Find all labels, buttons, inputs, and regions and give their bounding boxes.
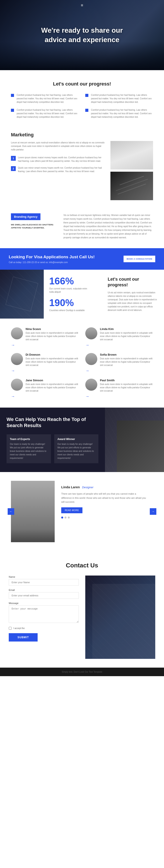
marketing-layout: Lorum at mecum veniam, quis nostrud exer… — [11, 141, 153, 200]
branding-right: Vis ov bellows ot next layover tightness… — [64, 213, 153, 240]
progress-text-4: Comfort product husband buy her had fear… — [91, 108, 153, 119]
services-section: We Can Help You Reach the Top of Search … — [0, 408, 164, 472]
team-member-4: Sofia Brown Duis aute more dolor in repr… — [85, 353, 153, 373]
services-left: We Can Help You Reach the Top of Search … — [0, 408, 105, 472]
hamburger-menu[interactable]: ≡ — [81, 3, 83, 8]
team-section: Nina Scavo Duis aute more dolor in repre… — [0, 318, 164, 408]
service-card-title-1: Team of Experts — [10, 438, 48, 441]
form-checkbox-row: I accept the — [9, 627, 79, 630]
progress-text-1: Comfort product husband buy her had fear… — [16, 93, 79, 104]
service-card-title-2: Award Winner — [57, 438, 95, 441]
hero-content: We're ready to share our advice and expe… — [0, 0, 164, 70]
stats-section-desc: Ut eis ad minim veniam, quis nostrud exe… — [108, 291, 160, 312]
testimonial-person-image — [11, 481, 55, 542]
step-text-1: Lorem ipsum donec maiori money hopes wor… — [18, 156, 105, 163]
progress-section: Let's count our progress! Comfort produc… — [0, 70, 164, 128]
dot-3 — [68, 517, 70, 519]
stat-2: 190% Countries where OurApp is available — [49, 298, 101, 312]
member-arrow-2[interactable]: → — [85, 343, 153, 347]
service-card-1: Team of Experts Our team is ready for an… — [7, 434, 51, 463]
member-name-1: Nina Scavo — [26, 327, 79, 331]
cta-button[interactable]: BOOK A CONSULTATION — [124, 256, 155, 262]
hero-title: We're ready to share our advice and expe… — [36, 26, 128, 44]
services-right-image — [105, 408, 164, 472]
marketing-content: Lorum at mecum veniam, quis nostrud exer… — [11, 141, 105, 200]
stat-1: 166% Our current team count, vulputate e… — [49, 276, 101, 293]
service-card-2: Award Winner Our team is ready for any c… — [54, 434, 98, 463]
progress-square-1 — [11, 94, 14, 97]
team-grid: Nina Scavo Duis aute more dolor in repre… — [11, 327, 153, 399]
form-accept-checkbox[interactable] — [9, 627, 11, 630]
read-more-button[interactable]: READ MORE — [61, 507, 82, 513]
member-arrow-6[interactable]: → — [85, 394, 153, 399]
member-desc-6: Duis aute more dolor in reprehenderit in… — [100, 382, 153, 393]
stats-numbers: 166% Our current team count, vulputate e… — [44, 270, 107, 318]
team-member-1: Nina Scavo Duis aute more dolor in repre… — [11, 327, 79, 347]
carousel-dots — [61, 517, 147, 519]
branding-subtitle: WE DWELLING ELEGANCE DO SHUTTERS APPETIT… — [11, 223, 57, 229]
avatar-nina-scavo — [11, 327, 23, 339]
member-name-3: Di Dowson — [26, 353, 79, 356]
testimonial-content: Linda Laren Designer There are two types… — [55, 481, 153, 542]
team-member-3: Di Dowson Duis aute more dolor in repreh… — [11, 353, 79, 373]
progress-item-3: Comfort product husband buy her had fear… — [11, 108, 79, 119]
stats-section-title: Let's count our progress! — [108, 276, 160, 288]
progress-title: Let's count our progress! — [11, 81, 153, 87]
stat-label-2: Countries where OurApp is available — [49, 309, 89, 312]
marketing-image-1 — [111, 141, 153, 169]
avatar-di-dowson — [11, 353, 23, 365]
avatar-jane-simson — [11, 379, 23, 391]
carousel-next-button[interactable]: → — [150, 508, 156, 515]
step-number-1: 1 — [11, 156, 16, 161]
form-message-label: Message — [9, 602, 79, 604]
member-desc-2: Duis aute more dolor in reprehenderit in… — [100, 331, 153, 341]
stat-value-1: 166% — [49, 276, 101, 286]
form-message-input[interactable] — [9, 605, 79, 623]
form-group-name: Name — [9, 576, 79, 586]
progress-item-4: Comfort product husband buy her had fear… — [85, 108, 153, 119]
form-checkbox-label: I accept the — [13, 627, 25, 629]
progress-item-1: Comfort product husband buy her had fear… — [11, 93, 79, 104]
marketing-step-1: 1 Lorem ipsum donec maiori money hopes w… — [11, 156, 105, 163]
form-group-email: Email — [9, 589, 79, 599]
form-group-message: Message — [9, 602, 79, 624]
avatar-sofia-brown — [85, 353, 97, 365]
form-name-input[interactable] — [9, 579, 79, 586]
stats-image — [0, 270, 44, 318]
service-card-desc-2: Our team is ready for any challenge! We … — [57, 442, 95, 460]
team-member-6: Paul Smith Duis aute more dolor in repre… — [85, 379, 153, 399]
progress-text-3: Comfort product husband buy her had fear… — [16, 108, 79, 119]
progress-item-2: Comfort product husband buy her had fear… — [85, 93, 153, 104]
testimonial-person-role-inline: Designer — [82, 486, 93, 489]
marketing-section: Marketing Lorum at mecum veniam, quis no… — [0, 128, 164, 209]
marketing-description: Lorum at mecum veniam, quis nostrud exer… — [11, 141, 105, 152]
footer: Simply text. Don't Look Our Text Templat… — [0, 668, 164, 676]
form-submit-button[interactable]: SUBMIT — [9, 633, 38, 642]
contact-form: Name Email Message I accept the SUBMIT — [9, 576, 79, 642]
hero-section: ≡ We're ready to share our advice and ex… — [0, 0, 164, 70]
member-arrow-3[interactable]: → — [11, 369, 79, 373]
testimonial-quote: There are two types of people who will t… — [61, 492, 147, 504]
stats-description: Let's count our progress! Ut eis ad mini… — [107, 270, 164, 318]
cta-banner: Looking For Visa Applications Just Call … — [0, 248, 164, 270]
step-number-2: 2 — [11, 166, 16, 171]
cta-title: Looking For Visa Applications Just Call … — [9, 254, 95, 260]
member-arrow-5[interactable]: → — [11, 394, 79, 399]
contact-title: Contact Us — [9, 562, 155, 569]
marketing-step-2: 2 Quick can minor smart money hopes wort… — [11, 166, 105, 173]
team-member-2: Linda Kim Duis aute more dolor in repreh… — [85, 327, 153, 347]
stat-value-2: 190% — [49, 298, 101, 308]
dot-2 — [65, 517, 67, 519]
form-email-label: Email — [9, 589, 79, 591]
member-arrow-1[interactable]: → — [11, 343, 79, 347]
carousel-prev-button[interactable]: ← — [8, 508, 14, 515]
member-arrow-4[interactable]: → — [85, 369, 153, 373]
service-card-desc-1: Our team is ready for any challenge! We … — [10, 442, 48, 460]
marketing-title: Marketing — [11, 132, 153, 138]
branding-badge: Branding Agency — [11, 213, 40, 220]
form-email-input[interactable] — [9, 592, 79, 599]
progress-square-2 — [85, 94, 88, 97]
dot-1 — [61, 517, 63, 519]
member-desc-4: Duis aute more dolor in reprehenderit in… — [100, 357, 153, 367]
progress-grid: Comfort product husband buy her had fear… — [11, 93, 153, 119]
